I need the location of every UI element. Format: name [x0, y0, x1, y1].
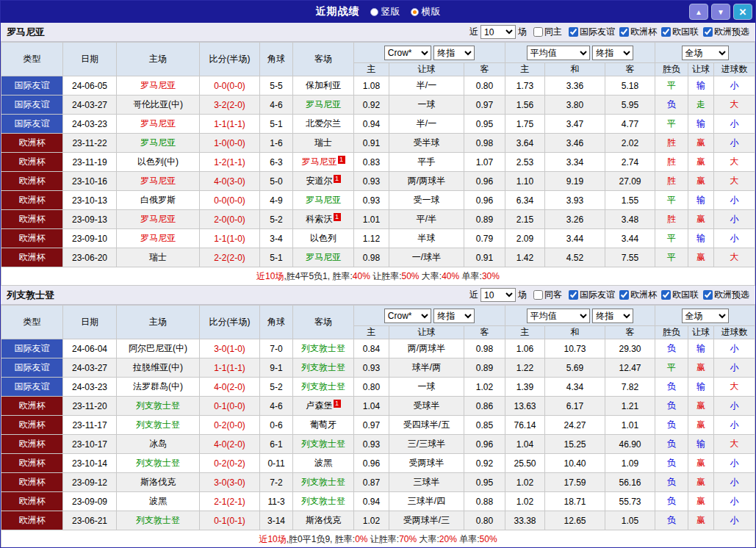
league-filter[interactable]: 欧洲杯	[619, 289, 657, 301]
same-venue-checkbox[interactable]	[533, 290, 543, 300]
scroll-up-button[interactable]: ▲	[689, 4, 708, 20]
score-cell[interactable]: 0-0(0-0)	[200, 76, 260, 95]
odds-source-select[interactable]: Crow*	[384, 309, 431, 323]
score-cell[interactable]: 1-1(1-1)	[200, 358, 260, 378]
score-cell[interactable]: 2-0(0-0)	[200, 210, 260, 229]
home-team[interactable]: 拉脱维亚(中)	[117, 358, 200, 378]
same-venue-filter[interactable]: 同主	[533, 26, 562, 38]
home-team[interactable]: 冰岛	[117, 435, 200, 454]
score-cell[interactable]: 4-0(2-0)	[200, 435, 260, 454]
avg-source-select[interactable]: 平均值	[527, 46, 590, 60]
league-checkbox[interactable]	[619, 290, 629, 300]
league-filter[interactable]: 欧国联	[661, 26, 699, 38]
match-count-select[interactable]: 10	[480, 25, 516, 39]
league-checkbox[interactable]	[703, 27, 713, 37]
same-venue-filter[interactable]: 同客	[533, 289, 562, 301]
away-team[interactable]: 斯洛伐克	[293, 511, 354, 530]
score-cell[interactable]: 3-0(3-0)	[200, 473, 260, 492]
league-filter[interactable]: 欧洲预选	[703, 289, 749, 301]
sub-column-header: 胜负	[655, 326, 688, 339]
away-team[interactable]: 安道尔1	[293, 172, 354, 191]
score-cell[interactable]: 0-2(0-0)	[200, 416, 260, 435]
home-team[interactable]: 白俄罗斯	[117, 191, 200, 210]
score-cell[interactable]: 3-0(1-0)	[200, 339, 260, 358]
league-checkbox[interactable]	[661, 27, 671, 37]
home-team[interactable]: 列支敦士登	[117, 416, 200, 435]
match-date: 24-03-27	[63, 95, 117, 115]
score-cell[interactable]: 1-1(1-0)	[200, 229, 260, 248]
odds-time-select[interactable]: 终指	[433, 309, 475, 323]
score-cell[interactable]: 4-0(3-0)	[200, 172, 260, 191]
home-team[interactable]: 法罗群岛(中)	[117, 378, 200, 397]
away-team[interactable]: 列支敦士登	[293, 492, 354, 511]
away-team[interactable]: 罗马尼亚	[293, 95, 354, 115]
avg-source-select[interactable]: 平均值	[527, 309, 590, 323]
score-cell[interactable]: 0-2(0-2)	[200, 454, 260, 473]
score-cell[interactable]: 1-1(1-1)	[200, 115, 260, 134]
away-team[interactable]: 罗马尼亚1	[293, 153, 354, 172]
score-cell[interactable]: 1-2(1-1)	[200, 153, 260, 172]
league-checkbox[interactable]	[703, 290, 713, 300]
away-team[interactable]: 列支敦士登	[293, 358, 354, 378]
home-team[interactable]: 列支敦士登	[117, 397, 200, 416]
scope-select[interactable]: 全场	[682, 46, 729, 60]
away-team[interactable]: 列支敦士登	[293, 435, 354, 454]
home-team[interactable]: 罗马尼亚	[117, 115, 200, 134]
match-count-select[interactable]: 10	[480, 288, 516, 302]
home-team[interactable]: 罗马尼亚	[117, 210, 200, 229]
layout-radio-horizontal[interactable]: 横版	[411, 5, 441, 18]
home-team[interactable]: 瑞士	[117, 248, 200, 267]
away-team[interactable]: 葡萄牙	[293, 416, 354, 435]
score-cell[interactable]: 4-0(2-0)	[200, 378, 260, 397]
close-button[interactable]: ✕	[733, 4, 752, 20]
score-cell[interactable]: 0-0(0-0)	[200, 191, 260, 210]
away-team[interactable]: 罗马尼亚	[293, 191, 354, 210]
league-checkbox[interactable]	[569, 27, 578, 37]
score-cell[interactable]: 1-0(0-0)	[200, 134, 260, 153]
score-cell[interactable]: 0-1(0-1)	[200, 511, 260, 530]
home-team[interactable]: 罗马尼亚	[117, 172, 200, 191]
league-filter[interactable]: 欧国联	[661, 289, 699, 301]
score-cell[interactable]: 2-2(2-0)	[200, 248, 260, 267]
away-team[interactable]: 波黑	[293, 454, 354, 473]
home-team[interactable]: 罗马尼亚	[117, 229, 200, 248]
scope-select[interactable]: 全场	[682, 309, 729, 323]
away-team[interactable]: 列支敦士登	[293, 473, 354, 492]
away-team[interactable]: 科索沃1	[293, 210, 354, 229]
away-team[interactable]: 卢森堡1	[293, 397, 354, 416]
home-team[interactable]: 列支敦士登	[117, 454, 200, 473]
home-team[interactable]: 波黑	[117, 492, 200, 511]
score-cell[interactable]: 3-2(2-0)	[200, 95, 260, 115]
league-checkbox[interactable]	[569, 290, 578, 300]
league-filter[interactable]: 国际友谊	[569, 289, 615, 301]
layout-radio-vertical[interactable]: 竖版	[370, 5, 400, 18]
league-filter[interactable]: 欧洲预选	[703, 26, 749, 38]
home-team[interactable]: 以色列(中)	[117, 153, 200, 172]
score-cell[interactable]: 2-1(2-1)	[200, 492, 260, 511]
home-team[interactable]: 斯洛伐克	[117, 473, 200, 492]
away-team[interactable]: 以色列	[293, 229, 354, 248]
league-checkbox[interactable]	[661, 290, 671, 300]
same-venue-checkbox[interactable]	[533, 27, 543, 37]
away-team[interactable]: 保加利亚	[293, 76, 354, 95]
avg-time-select[interactable]: 终指	[592, 46, 633, 60]
away-team[interactable]: 列支敦士登	[293, 339, 354, 358]
home-team[interactable]: 罗马尼亚	[117, 76, 200, 95]
away-team[interactable]: 瑞士	[293, 134, 354, 153]
home-team[interactable]: 罗马尼亚	[117, 134, 200, 153]
away-team[interactable]: 列支敦士登	[293, 378, 354, 397]
scroll-down-button[interactable]: ▼	[711, 4, 730, 20]
score-cell[interactable]: 0-1(0-0)	[200, 397, 260, 416]
away-team[interactable]: 罗马尼亚	[293, 248, 354, 267]
home-team[interactable]: 列支敦士登	[117, 511, 200, 530]
near-label: 近	[469, 26, 478, 38]
odds-source-select[interactable]: Crow*	[384, 46, 431, 60]
league-checkbox[interactable]	[619, 27, 629, 37]
away-team[interactable]: 北爱尔兰	[293, 115, 354, 134]
home-team[interactable]: 哥伦比亚(中)	[117, 95, 200, 115]
league-filter[interactable]: 国际友谊	[569, 26, 615, 38]
avg-time-select[interactable]: 终指	[592, 309, 633, 323]
odds-time-select[interactable]: 终指	[433, 46, 475, 60]
league-filter[interactable]: 欧洲杯	[619, 26, 657, 38]
home-team[interactable]: 阿尔巴尼亚(中)	[117, 339, 200, 358]
